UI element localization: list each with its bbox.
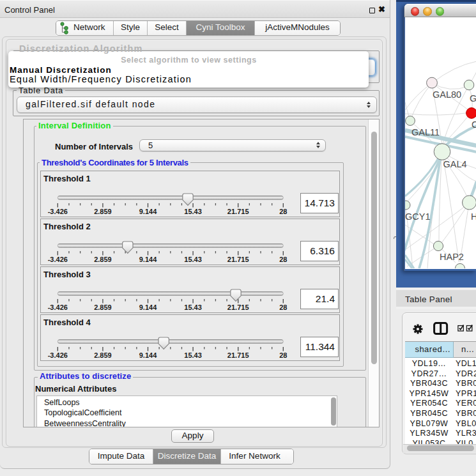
svg-text:21.715: 21.715 — [227, 208, 249, 215]
svg-text:9.144: 9.144 — [139, 256, 157, 263]
svg-text:15.43: 15.43 — [184, 208, 202, 215]
svg-text:15.43: 15.43 — [184, 303, 202, 311]
svg-text:-3.426: -3.426 — [48, 208, 68, 215]
svg-text:-3.426: -3.426 — [48, 303, 68, 311]
svg-text:-3.426: -3.426 — [48, 256, 68, 263]
svg-text:9.144: 9.144 — [139, 351, 157, 359]
svg-text:2.859: 2.859 — [94, 303, 112, 311]
svg-text:15.43: 15.43 — [184, 256, 202, 263]
svg-text:GAL80: GAL80 — [433, 89, 461, 100]
svg-text:2.859: 2.859 — [94, 256, 112, 263]
svg-text:9.144: 9.144 — [139, 208, 157, 215]
svg-text:28: 28 — [279, 256, 287, 263]
svg-text:2.859: 2.859 — [94, 208, 112, 215]
svg-text:28: 28 — [279, 351, 287, 359]
svg-text:GAL4: GAL4 — [443, 159, 467, 169]
svg-text:C: C — [472, 119, 476, 130]
svg-text:21.715: 21.715 — [227, 351, 249, 359]
svg-text:15.43: 15.43 — [184, 351, 202, 359]
svg-text:HAP2: HAP2 — [440, 252, 464, 262]
svg-text:21.715: 21.715 — [227, 303, 249, 311]
svg-text:21.715: 21.715 — [227, 256, 249, 263]
svg-text:H: H — [471, 211, 476, 222]
svg-text:-3.426: -3.426 — [48, 351, 68, 359]
svg-text:GCY1: GCY1 — [405, 211, 431, 222]
svg-text:28: 28 — [279, 303, 287, 311]
svg-text:28: 28 — [279, 208, 287, 215]
svg-text:9.144: 9.144 — [139, 303, 157, 311]
svg-text:GA: GA — [470, 93, 476, 104]
svg-text:2.859: 2.859 — [94, 351, 112, 359]
svg-text:GAL11: GAL11 — [411, 127, 440, 137]
